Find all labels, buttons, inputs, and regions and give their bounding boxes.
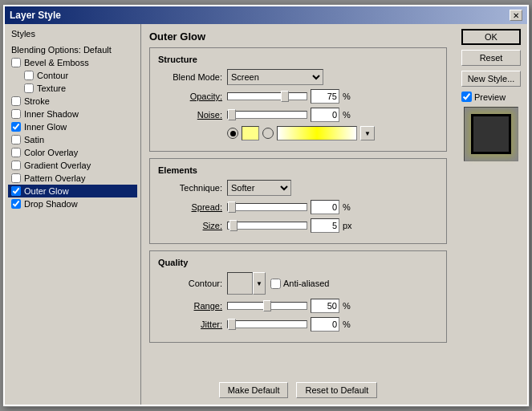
layer-style-dialog: Layer Style ✕ Styles Blending Options: D… xyxy=(3,5,529,406)
spread-slider[interactable] xyxy=(227,203,307,211)
contour-dropdown-btn[interactable]: ▼ xyxy=(253,272,266,295)
spread-value[interactable] xyxy=(311,200,339,214)
blend-mode-select[interactable]: Screen Normal Multiply Overlay xyxy=(227,69,323,85)
sidebar-item-pattern-overlay[interactable]: Pattern Overlay xyxy=(8,172,137,185)
opacity-value[interactable] xyxy=(311,89,339,104)
noise-slider-container: % xyxy=(227,108,355,122)
size-slider-container: px xyxy=(227,218,355,233)
reset-to-default-button[interactable]: Reset to Default xyxy=(296,382,377,398)
elements-section: Elements Technique: Softer Precise Sprea… xyxy=(149,158,447,244)
btn-panel: OK Reset New Style... Preview xyxy=(455,24,527,405)
left-panel: Styles Blending Options: Default Bevel &… xyxy=(5,24,141,405)
bottom-buttons: Make Default Reset to Default xyxy=(141,377,455,405)
jitter-slider[interactable] xyxy=(227,320,307,328)
noise-value[interactable] xyxy=(311,108,339,122)
sidebar-item-texture[interactable]: Texture xyxy=(8,82,137,95)
outer-glow-checkbox[interactable] xyxy=(11,186,21,196)
preview-checkbox-label[interactable]: Preview xyxy=(461,92,521,102)
sidebar-item-satin[interactable]: Satin xyxy=(8,133,137,146)
anti-aliased-text: Anti-aliased xyxy=(283,279,329,288)
spread-row: Spread: % xyxy=(158,200,438,214)
noise-row: Noise: % xyxy=(158,108,438,122)
outer-glow-label: Outer Glow xyxy=(24,186,69,196)
noise-slider[interactable] xyxy=(227,111,307,119)
sidebar-item-blending[interactable]: Blending Options: Default xyxy=(8,43,137,56)
dialog-title: Layer Style xyxy=(10,10,61,21)
sidebar-item-color-overlay[interactable]: Color Overlay xyxy=(8,146,137,159)
drop-shadow-label: Drop Shadow xyxy=(24,199,78,209)
color-swatch[interactable] xyxy=(242,126,259,140)
drop-shadow-checkbox[interactable] xyxy=(11,199,21,209)
contour-label: Contour: xyxy=(158,279,222,288)
bevel-label: Bevel & Emboss xyxy=(24,58,89,67)
sidebar-item-stroke[interactable]: Stroke xyxy=(8,95,137,108)
blend-mode-row: Blend Mode: Screen Normal Multiply Overl… xyxy=(158,69,438,85)
pattern-overlay-checkbox[interactable] xyxy=(11,173,21,183)
sidebar-item-gradient-overlay[interactable]: Gradient Overlay xyxy=(8,159,137,172)
jitter-slider-container: % xyxy=(227,317,355,332)
texture-label: Texture xyxy=(37,83,66,93)
size-value[interactable] xyxy=(311,218,339,233)
sidebar-item-bevel[interactable]: Bevel & Emboss xyxy=(8,56,137,69)
opacity-slider-container: % xyxy=(227,89,355,104)
anti-aliased-label[interactable]: Anti-aliased xyxy=(270,279,329,289)
contour-row: Contour: ▼ Anti-aliased xyxy=(158,272,438,295)
sidebar-item-inner-glow[interactable]: Inner Glow xyxy=(8,120,137,133)
contour-checkbox[interactable] xyxy=(24,71,34,80)
texture-checkbox[interactable] xyxy=(24,83,34,93)
right-panel: Outer Glow Structure Blend Mode: Screen … xyxy=(141,24,455,377)
size-unit: px xyxy=(343,221,355,230)
styles-header: Styles xyxy=(8,27,137,40)
range-unit: % xyxy=(343,301,355,311)
structure-title: Structure xyxy=(158,55,438,64)
satin-checkbox[interactable] xyxy=(11,135,21,144)
jitter-value[interactable] xyxy=(311,317,339,332)
anti-aliased-checkbox[interactable] xyxy=(270,279,281,289)
blend-mode-label: Blend Mode: xyxy=(158,72,222,82)
color-row: ▼ xyxy=(227,126,438,140)
opacity-row: Opacity: % xyxy=(158,89,438,104)
sidebar-item-contour[interactable]: Contour xyxy=(8,69,137,82)
noise-unit: % xyxy=(343,110,355,120)
preview-checkbox[interactable] xyxy=(461,92,472,102)
sidebar-item-drop-shadow[interactable]: Drop Shadow xyxy=(8,197,137,210)
close-button[interactable]: ✕ xyxy=(510,10,522,21)
section-title: Outer Glow xyxy=(149,31,447,43)
quality-section: Quality Contour: ▼ Anti-aliased xyxy=(149,250,447,343)
inner-glow-label: Inner Glow xyxy=(24,122,67,132)
stroke-label: Stroke xyxy=(24,96,50,106)
gradient-radio[interactable] xyxy=(262,128,274,139)
make-default-button[interactable]: Make Default xyxy=(219,382,289,398)
reset-button[interactable]: Reset xyxy=(461,50,521,66)
solid-radio[interactable] xyxy=(227,128,238,139)
stroke-checkbox[interactable] xyxy=(11,96,21,106)
inner-glow-checkbox[interactable] xyxy=(11,122,21,132)
opacity-slider[interactable] xyxy=(227,92,307,100)
contour-box[interactable] xyxy=(227,272,253,295)
opacity-label: Opacity: xyxy=(158,92,222,101)
inner-shadow-checkbox[interactable] xyxy=(11,109,21,119)
sidebar-item-inner-shadow[interactable]: Inner Shadow xyxy=(8,108,137,120)
inner-shadow-label: Inner Shadow xyxy=(24,109,79,119)
new-style-button[interactable]: New Style... xyxy=(461,71,521,87)
gradient-swatch[interactable] xyxy=(277,126,357,140)
quality-title: Quality xyxy=(158,258,438,267)
bevel-checkbox[interactable] xyxy=(11,58,21,67)
preview-box xyxy=(464,107,518,161)
gradient-dropdown-btn[interactable]: ▼ xyxy=(360,126,375,140)
jitter-unit: % xyxy=(343,319,355,329)
range-value[interactable] xyxy=(311,299,339,313)
color-overlay-label: Color Overlay xyxy=(24,148,78,157)
preview-inner xyxy=(471,114,511,154)
range-slider[interactable] xyxy=(227,302,307,310)
technique-label: Technique: xyxy=(158,183,222,193)
elements-title: Elements xyxy=(158,165,438,175)
gradient-overlay-checkbox[interactable] xyxy=(11,161,21,170)
ok-button[interactable]: OK xyxy=(461,29,521,45)
color-overlay-checkbox[interactable] xyxy=(11,148,21,157)
contour-controls: ▼ Anti-aliased xyxy=(227,272,329,295)
size-slider[interactable] xyxy=(227,222,307,230)
sidebar-item-outer-glow[interactable]: Outer Glow xyxy=(8,185,137,197)
noise-label: Noise: xyxy=(158,110,222,120)
technique-select[interactable]: Softer Precise xyxy=(227,180,291,196)
